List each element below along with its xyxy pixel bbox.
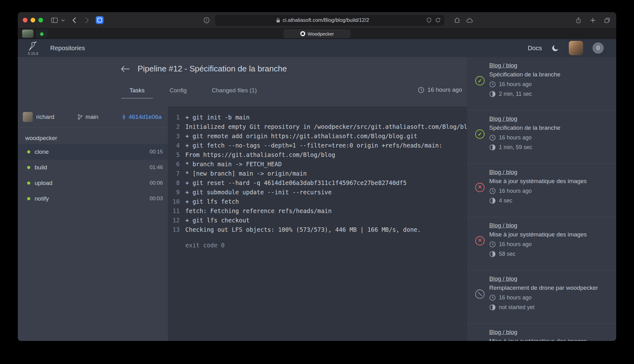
pipeline-commit-message: Spécification de la branche [489, 124, 609, 131]
clock-icon [489, 81, 496, 88]
pipeline-repo-link[interactable]: Blog / blog [489, 222, 517, 229]
line-number[interactable]: 13 [168, 225, 180, 234]
pipeline-duration: 4 sec [489, 197, 609, 204]
line-number[interactable]: 2 [168, 122, 180, 131]
console-line: 5 From https://git.athaliasoft.com/Blog/… [168, 150, 467, 159]
woodpecker-favicon [300, 31, 305, 36]
line-number[interactable]: 11 [168, 206, 180, 216]
url-text: ci.athaliasoft.com/Blog/blog/build/12/2 [283, 17, 369, 23]
pipeline-status-icon [475, 289, 485, 299]
console-line: 6 * branch main -> FETCH_HEAD [168, 159, 467, 169]
step-status-dot [27, 182, 30, 185]
sidebar-toggle-icon[interactable] [50, 16, 58, 24]
line-number[interactable]: 8 [168, 178, 180, 187]
back-arrow-icon[interactable] [121, 66, 130, 72]
pipeline-card[interactable]: Blog / blog Mise à jour systématique des… [467, 217, 616, 270]
user-avatar[interactable] [569, 41, 583, 55]
commit-hash-link[interactable]: 4614d1e06a [121, 114, 162, 120]
woodpecker-logo[interactable]: 0.15.8 [28, 41, 38, 56]
minimize-window-button[interactable] [31, 18, 35, 22]
cloud-icon[interactable] [466, 16, 474, 24]
pipeline-status-icon [475, 183, 485, 192]
pipeline-repo-link[interactable]: Blog / blog [489, 115, 517, 122]
console-line: 3 + git remote add origin https://git.at… [168, 131, 467, 141]
step-notify[interactable]: notify 00:03 [18, 191, 168, 206]
traffic-lights [23, 18, 43, 22]
back-button[interactable] [70, 16, 78, 24]
url-field[interactable]: ci.athaliasoft.com/Blog/blog/build/12/2 [215, 15, 444, 26]
step-upload[interactable]: upload 00:06 [18, 175, 168, 191]
pipeline-card[interactable]: Blog / blog Spécification de la branche … [467, 57, 616, 110]
line-text: + git lfs checkout [185, 216, 250, 225]
line-number[interactable]: 7 [168, 169, 180, 178]
step-build[interactable]: build 01:46 [18, 160, 168, 175]
line-number[interactable]: 9 [168, 187, 180, 197]
tab-strip: Woodpecker [18, 28, 616, 39]
duration-icon [489, 197, 496, 204]
commit-info-row: richard main [18, 106, 168, 128]
browser-toolbar: ci.athaliasoft.com/Blog/blog/build/12/2 [18, 12, 616, 28]
pipeline-commit-message: Mise à jour systématique des images [489, 178, 609, 185]
line-number[interactable]: 5 [168, 150, 180, 159]
pipeline-time: 16 hours ago [489, 81, 609, 88]
pipeline-repo-link[interactable]: Blog / blog [489, 62, 517, 69]
steps-panel: richard main [18, 106, 168, 341]
step-clone[interactable]: clone 00:15 [18, 144, 168, 160]
pipeline-header: Pipeline #12 - Spécification de la branc… [18, 57, 467, 106]
line-number[interactable]: 12 [168, 216, 180, 225]
reload-icon[interactable] [435, 17, 441, 23]
privacy-shield-icon[interactable] [427, 17, 432, 23]
clock-icon [489, 241, 496, 248]
pipeline-card[interactable]: Blog / blog Mise à jour systématique des… [467, 324, 616, 341]
clock-icon [489, 294, 496, 301]
commit-icon [121, 114, 127, 120]
commit-branch[interactable]: main [77, 114, 98, 120]
pipeline-time: 16 hours ago [489, 241, 609, 248]
line-number[interactable]: 6 [168, 159, 180, 169]
close-window-button[interactable] [23, 18, 27, 22]
nav-docs-link[interactable]: Docs [528, 45, 542, 52]
nav-repositories-link[interactable]: Repositories [50, 45, 85, 52]
line-number[interactable]: 1 [168, 113, 180, 122]
console-line: 7 * [new branch] main -> origin/main [168, 169, 467, 178]
notifications-badge[interactable]: 0 [593, 42, 604, 54]
line-number[interactable]: 4 [168, 141, 180, 150]
line-text: Checking out LFS objects: 100% (573/573)… [185, 225, 421, 234]
woodpecker-app: 0.15.8 Repositories Docs 0 [18, 39, 616, 341]
share-icon[interactable] [574, 16, 583, 24]
tab-tasks[interactable]: Tasks [121, 87, 153, 99]
console-line: 4 + git fetch --no-tags --depth=1 --filt… [168, 141, 467, 150]
chevron-down-icon[interactable] [61, 16, 66, 24]
app-navbar: 0.15.8 Repositories Docs 0 [18, 39, 616, 57]
info-icon[interactable] [202, 16, 211, 24]
dark-mode-toggle-icon[interactable] [551, 44, 559, 52]
tab-overview-icon[interactable] [603, 16, 611, 24]
pipeline-card[interactable]: Blog / blog Remplacement de drone par wo… [467, 270, 616, 324]
line-text: fetch: Fetching reference refs/heads/mai… [185, 206, 332, 216]
zoom-window-button[interactable] [38, 18, 43, 22]
web-app-icon[interactable] [96, 16, 104, 24]
pinned-tab-2[interactable] [36, 30, 47, 38]
pipeline-card[interactable]: Blog / blog Spécification de la branche … [467, 110, 616, 164]
pipeline-repo-link[interactable]: Blog / blog [489, 169, 517, 176]
home-icon[interactable] [453, 16, 461, 24]
clock-icon [489, 134, 496, 141]
line-number[interactable]: 3 [168, 131, 180, 141]
pinned-tab-1[interactable] [22, 30, 33, 38]
clock-icon [418, 87, 424, 93]
new-tab-icon[interactable] [589, 16, 597, 24]
pipeline-repo-link[interactable]: Blog / blog [489, 275, 517, 282]
pipeline-commit-message: Spécification de la branche [489, 71, 609, 78]
line-text: + git fetch --no-tags --depth=1 --filter… [185, 141, 442, 150]
tab-changed-files[interactable]: Changed files (1) [204, 87, 265, 99]
pipeline-card[interactable]: Blog / blog Mise à jour systématique des… [467, 164, 616, 217]
line-number[interactable]: 10 [168, 197, 180, 206]
active-tab[interactable]: Woodpecker [284, 29, 351, 38]
tab-config[interactable]: Config [162, 87, 195, 99]
line-text: + git submodule update --init --recursiv… [185, 187, 332, 197]
pipeline-created-time: 16 hours ago [418, 86, 462, 93]
pipeline-repo-link[interactable]: Blog / blog [489, 329, 517, 336]
duration-icon [489, 144, 496, 151]
forward-button[interactable] [83, 16, 91, 24]
duration-icon [489, 251, 496, 257]
